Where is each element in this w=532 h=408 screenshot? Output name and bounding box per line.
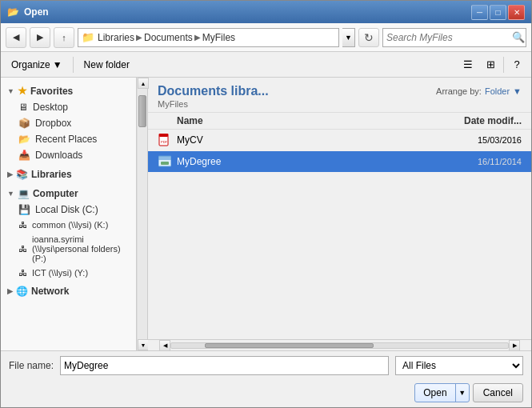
favorites-label: Favorites xyxy=(30,86,73,97)
file-row-mydegree[interactable]: MyDegree 16/11/2014 xyxy=(148,151,531,173)
svg-rect-5 xyxy=(161,162,169,165)
sidebar-item-ict-y[interactable]: 🖧 ICT (\\lysi) (Y:) xyxy=(1,266,136,280)
path-folder-icon: 📁 xyxy=(82,31,94,43)
open-button[interactable]: Open ▼ xyxy=(414,383,469,402)
forward-icon: ▶ xyxy=(37,32,43,42)
hscroll-left[interactable]: ◀ xyxy=(159,340,170,351)
maximize-button[interactable]: □ xyxy=(490,5,506,20)
network-icon: 🌐 xyxy=(16,286,28,297)
file-panel-header: Documents libra... Arrange by: Folder ▼ … xyxy=(148,78,531,113)
sidebar-favorites-header[interactable]: ▼ ★ Favorites xyxy=(1,82,136,99)
sidebar: ▼ ★ Favorites 🖥 Desktop 📦 Dropbox 📂 Rece… xyxy=(1,78,137,350)
view-toggle-icon: ⊞ xyxy=(486,58,495,70)
toolbar-sep-2 xyxy=(503,57,504,73)
sidebar-item-ioanna-p[interactable]: 🖧 ioanna.syrimi (\\lysi\personal folders… xyxy=(1,232,136,266)
desktop-label: Desktop xyxy=(33,102,68,113)
mycv-name: MyCV xyxy=(177,134,426,146)
sidebar-scroll-up[interactable]: ▲ xyxy=(138,78,149,89)
sidebar-item-dropbox[interactable]: 📦 Dropbox xyxy=(1,115,136,131)
sidebar-scroll-down[interactable]: ▼ xyxy=(138,339,149,350)
arrange-arrow: ▼ xyxy=(513,86,522,96)
sidebar-item-common-k[interactable]: 🖧 common (\\lysi) (K:) xyxy=(1,218,136,232)
recent-places-label: Recent Places xyxy=(35,134,97,145)
recent-places-icon: 📂 xyxy=(18,134,30,145)
mycv-icon: PDF xyxy=(158,133,172,147)
common-k-icon: 🖧 xyxy=(18,220,27,230)
refresh-button[interactable]: ↻ xyxy=(358,28,379,47)
sidebar-item-local-disk[interactable]: 💾 Local Disk (C:) xyxy=(1,202,136,218)
mydegree-date: 16/11/2014 xyxy=(426,157,522,166)
minimize-button[interactable]: ─ xyxy=(471,5,488,20)
libraries-label: Libraries xyxy=(31,169,72,180)
sidebar-scroll-track xyxy=(138,89,147,339)
view-toggle-button[interactable]: ⊞ xyxy=(481,55,500,74)
sidebar-network-header[interactable]: ▶ 🌐 Network xyxy=(1,283,136,299)
breadcrumb: Libraries ▶ Documents ▶ MyFiles xyxy=(98,32,335,43)
file-panel-title: Documents libra... xyxy=(158,84,269,98)
open-dropdown-arrow[interactable]: ▼ xyxy=(456,384,469,402)
breadcrumb-myfiles[interactable]: MyFiles xyxy=(202,32,235,43)
toolbar-right: ☰ ⊞ ? xyxy=(458,55,526,74)
file-list: PDF MyCV 15/03/2016 MyDegree xyxy=(148,130,531,339)
search-button[interactable]: 🔍 xyxy=(510,29,526,46)
back-icon: ◀ xyxy=(13,32,19,42)
sidebar-computer-header[interactable]: ▼ 💻 Computer xyxy=(1,186,136,202)
hscroll-thumb[interactable] xyxy=(205,343,374,348)
breadcrumb-sep-2: ▶ xyxy=(194,33,201,42)
search-input[interactable] xyxy=(383,32,510,43)
close-button[interactable]: ✕ xyxy=(508,5,525,20)
filename-input[interactable] xyxy=(60,356,389,375)
sidebar-item-downloads[interactable]: 📥 Downloads xyxy=(1,147,136,163)
address-path[interactable]: 📁 Libraries ▶ Documents ▶ MyFiles xyxy=(78,28,339,47)
breadcrumb-documents[interactable]: Documents xyxy=(144,32,193,43)
arrange-value-button[interactable]: Folder xyxy=(485,86,510,96)
refresh-icon: ↻ xyxy=(364,31,374,44)
svg-text:PDF: PDF xyxy=(161,140,168,144)
file-list-header: Name Date modif... xyxy=(148,113,531,130)
libraries-triangle: ▶ xyxy=(7,170,13,178)
address-dropdown-button[interactable]: ▼ xyxy=(342,28,355,47)
sidebar-section-libraries: ▶ 📚 Libraries xyxy=(1,166,136,182)
hscroll-track xyxy=(170,342,509,349)
sidebar-scrollbar[interactable]: ▲ ▼ xyxy=(137,78,148,350)
bottom-buttons: Open ▼ Cancel xyxy=(1,380,531,407)
file-panel-subtitle: MyFiles xyxy=(158,99,522,109)
bottom-filename-bar: File name: All Files Documents Images xyxy=(1,350,531,380)
local-disk-icon: 💾 xyxy=(18,204,30,215)
hscroll-right[interactable]: ▶ xyxy=(509,340,520,351)
cancel-button[interactable]: Cancel xyxy=(473,383,523,402)
up-button[interactable]: ↑ xyxy=(54,27,74,48)
sidebar-libraries-header[interactable]: ▶ 📚 Libraries xyxy=(1,166,136,182)
title-buttons: ─ □ ✕ xyxy=(471,5,525,20)
col-name-header[interactable]: Name xyxy=(177,115,426,126)
help-button[interactable]: ? xyxy=(507,55,526,74)
svg-rect-4 xyxy=(158,156,171,160)
arrange-label: Arrange by: xyxy=(436,86,482,96)
organize-button[interactable]: Organize ▼ xyxy=(6,55,68,74)
up-icon: ↑ xyxy=(62,33,66,42)
sidebar-item-desktop[interactable]: 🖥 Desktop xyxy=(1,99,136,115)
dropdown-icon: ▼ xyxy=(345,34,352,42)
filename-label: File name: xyxy=(9,360,54,371)
forward-button[interactable]: ▶ xyxy=(30,27,50,48)
computer-label: Computer xyxy=(33,188,78,199)
open-label: Open xyxy=(423,387,446,398)
sidebar-item-recent-places[interactable]: 📂 Recent Places xyxy=(1,131,136,147)
new-folder-label: New folder xyxy=(84,59,130,70)
breadcrumb-libraries[interactable]: Libraries xyxy=(98,32,134,43)
view-list-icon: ☰ xyxy=(463,58,473,70)
sidebar-scroll-thumb[interactable] xyxy=(138,95,146,127)
new-folder-button[interactable]: New folder xyxy=(78,55,135,74)
filetype-select[interactable]: All Files Documents Images xyxy=(395,356,523,375)
view-list-button[interactable]: ☰ xyxy=(458,55,478,74)
open-button-main[interactable]: Open xyxy=(415,384,455,402)
favorites-icon: ★ xyxy=(18,85,27,97)
dropbox-icon: 📦 xyxy=(18,118,30,129)
downloads-label: Downloads xyxy=(35,150,82,161)
arrange-bar: Arrange by: Folder ▼ xyxy=(436,86,522,96)
col-date-header[interactable]: Date modif... xyxy=(426,115,522,126)
file-row-mycv[interactable]: PDF MyCV 15/03/2016 xyxy=(148,130,531,151)
back-button[interactable]: ◀ xyxy=(6,27,26,48)
ioanna-p-label: ioanna.syrimi (\\lysi\personal folders) … xyxy=(32,234,130,263)
title-bar-left: 📂 Open xyxy=(7,6,49,18)
